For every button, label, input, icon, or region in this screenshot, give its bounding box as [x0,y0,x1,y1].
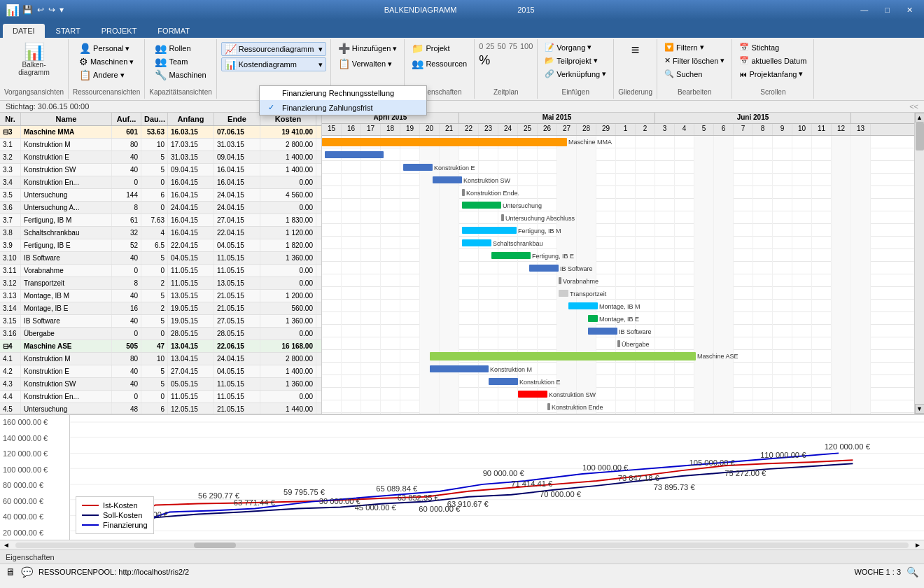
fin-line-legend [82,524,99,526]
td-auf: 0 [112,328,141,340]
team-button[interactable]: 👥 Team [152,55,209,68]
table-row: 3.13 Montage, IB M 40 5 13.05.15 21.05.1… [0,290,321,302]
td-name: Konstruktion M [21,353,112,365]
bar-label: Konstruktion E [434,164,475,172]
scroll-right-button[interactable]: ► [911,541,924,549]
table-row: 3.15 IB Software 40 5 19.05.15 27.05.15 … [0,315,321,328]
gantt-row [322,148,914,161]
gantt-row: Konstruktion E [322,375,914,388]
group-zeitplan: 0 25 50 75 100 % Zeitplan [475,39,538,99]
projekt-button[interactable]: 📁 Projekt [409,42,452,55]
bar-label: Untersuchung [503,202,542,209]
td-name: Untersuchung [21,403,112,414]
day-16: 16 [342,124,361,135]
undo-icon[interactable]: ↩ [37,5,44,15]
tab-start[interactable]: START [46,24,90,38]
tab-projekt[interactable]: PROJEKT [92,24,147,38]
verwalten-arrow: ▾ [388,59,392,69]
td-auf: 40 [112,151,141,163]
group-glieder: ≡ Gliederung [614,39,657,99]
vorgang-button[interactable]: 📝 Vorgang ▾ [542,42,594,52]
ribbon-tabs: DATEI START PROJEKT FORMAT [0,20,924,38]
suchen-button[interactable]: 🔍 Suchen [662,69,705,79]
gantt-row: Konstruktion SW [322,174,914,186]
day-12m: 12 [832,124,851,135]
gantt-bar: Konstruktion SW [433,176,462,183]
td-auf: 40 [112,164,141,176]
table-row: 3.5 Untersuchung 144 6 16.04.15 24.04.15… [0,189,321,202]
kostendiagramm-button[interactable]: 📊 Kostendiagramm ▾ [221,57,326,71]
tab-format[interactable]: FORMAT [148,24,200,38]
rollen-button[interactable]: 👥 Rollen [152,42,209,55]
td-nr: 4.1 [0,353,21,365]
filterloeschen-button[interactable]: ✕ Filter löschen ▾ [662,55,727,66]
td-auf: 80 [112,353,141,365]
einf-content: 📝 Vorgang ▾ 📂 Teilprojekt ▾ 🔗 Verknüpfun… [542,42,609,79]
verwalten-button[interactable]: 📋 Verwalten ▾ [335,57,395,70]
td-ende: 11.05.15 [214,252,260,264]
gantt-row: Untersuchung Abschluss [322,211,914,224]
projekt-label: Projekt [426,44,449,52]
filtern-button[interactable]: 🔽 Filtern ▾ [662,42,707,52]
td-kosten: 2 800.00 [260,353,316,365]
projektanfang-button[interactable]: ⏮ Projektanfang ▾ [736,69,806,79]
td-anfang: 04.05.15 [168,252,214,264]
td-anfang: 13.05.15 [168,290,214,302]
nav-arrows[interactable]: << [909,102,918,111]
save-icon[interactable]: 💾 [22,5,33,15]
dropdown-item-finrech[interactable]: Finanzierung Rechnungsstellung [260,86,426,100]
gantt-row: Montage, IB M [322,300,914,312]
maschinen2-button[interactable]: 🔧 Maschinen [152,69,209,81]
scroll-thumb[interactable] [916,122,924,150]
table-row: 4.5 Untersuchung 48 6 12.05.15 21.05.15 … [0,403,321,414]
td-auf: 505 [112,340,141,352]
team-label: Team [169,57,188,66]
minimize-button[interactable]: — [855,4,874,16]
ressourcen-button[interactable]: 👥 Ressourcen [409,57,470,70]
personal-arrow: ▾ [125,44,130,53]
ressourcendiagramm-icon: 📈 [225,43,237,55]
horizontal-scrollbar[interactable]: ◄ ► [0,540,924,550]
group-vorgangsansichten: 📊 Balken-diagramm Vorgangsansichten [0,39,69,99]
restore-button[interactable]: □ [879,4,895,16]
fin-label: Finanzierung [103,521,148,529]
td-ende: 21.05.15 [214,302,260,314]
stichtag-button[interactable]: 📅 Stichtag [736,42,782,52]
redo-icon[interactable]: ↪ [48,5,55,15]
dropdown-item-finzahl[interactable]: ✓ Finanzierung Zahlungsfrist [260,100,426,115]
stichdatum-label: Stichtag: 30.06.15 00:00 [6,102,89,111]
rollen-icon: 👥 [155,43,167,54]
h-scroll-thumb[interactable] [194,542,236,548]
dropdown-icon[interactable]: ▾ [59,5,64,15]
maschinen-button[interactable]: ⚙ Maschinen ▾ [76,55,136,68]
andere-button[interactable]: 📋 Andere ▾ [76,69,136,81]
td-dau: 47 [141,340,168,352]
td-kosten: 1 120.00 [260,227,316,239]
scroll-down-button[interactable]: ▼ [915,404,925,414]
aktuelles-datum-button[interactable]: 📅 aktuelles Datum [736,55,809,66]
dropdown-label-finzahl: Finanzierung Zahlungsfrist [282,104,373,112]
td-auf: 40 [112,315,141,327]
scroll-up-button[interactable]: ▲ [915,113,925,122]
title-bar-center: BALKENDIAGRAMM 2015 [384,5,535,15]
ressourcendiagramm-button[interactable]: 📈 Ressourcendiagramm ▾ [221,42,326,56]
stichtag-icon: 📅 [739,43,749,52]
andere-arrow: ▾ [120,71,125,80]
personal-button[interactable]: 👤 Personal ▾ [76,42,136,55]
scroll-left-button[interactable]: ◄ [0,541,13,549]
td-anfang: 11.05.15 [168,277,214,289]
balkendiagramm-button[interactable]: 📊 Balken-diagramm [15,42,52,78]
teilprojekt-button[interactable]: 📂 Teilprojekt ▾ [542,55,601,66]
right-gantt: April 2015 Mai 2015 Juni 2015 15 16 17 1… [322,113,914,414]
tab-datei[interactable]: DATEI [3,24,45,38]
td-anfang: 24.04.15 [168,202,214,214]
td-kosten: 1 400.00 [260,365,316,377]
hinzufuegen-button[interactable]: ➕ Hinzufügen ▾ [335,42,400,55]
vertical-scrollbar[interactable]: ▲ ▼ [914,113,924,414]
table-row: 3.9 Fertigung, IB E 52 6.5 22.04.15 04.0… [0,239,321,252]
verknuepfung-button[interactable]: 🔗 Verknüpfung ▾ [542,69,609,79]
td-anfang: 16.04.15 [168,189,214,201]
td-name: Maschine MMA [21,126,112,138]
close-button[interactable]: ✕ [901,4,918,16]
td-kosten: 4 560.00 [260,189,316,201]
